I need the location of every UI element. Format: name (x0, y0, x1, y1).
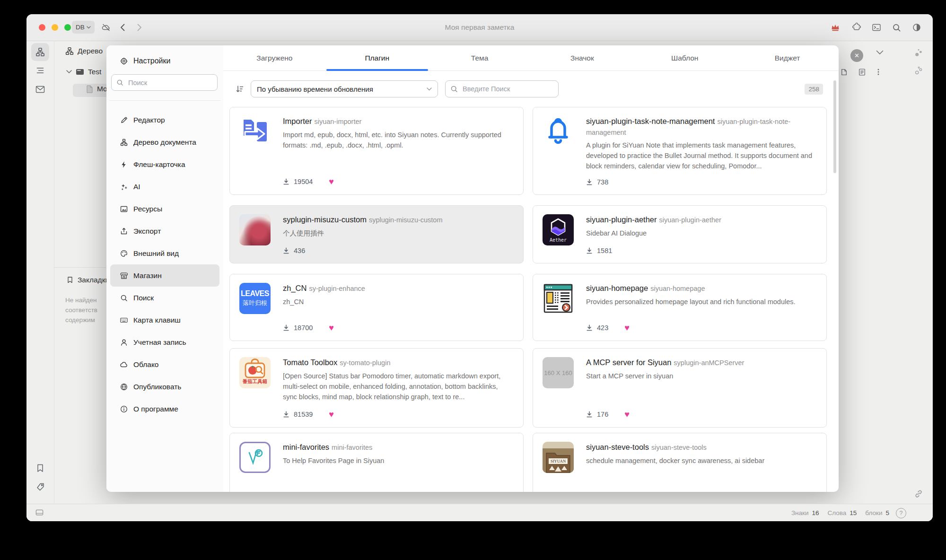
notebook-icon (76, 68, 84, 76)
plugin-icon-bell (543, 116, 574, 147)
settings-header: Настройки (120, 57, 170, 65)
bookmarks-header[interactable]: Закладки (66, 276, 109, 284)
plugin-title: mini-favoritesmini-favorites (283, 442, 514, 453)
dock-doc-tree-icon[interactable] (31, 43, 49, 61)
tab-plugin[interactable]: Плагин (326, 45, 429, 70)
leaves-subtitle: 落叶归根 (243, 299, 267, 307)
plugin-icon-misuzu-art (239, 214, 271, 245)
menu-item-search[interactable]: Поиск (110, 287, 219, 309)
sort-select[interactable]: По убыванию времени обновления (251, 80, 438, 97)
word-count: Знаки16 Слова15 блоки5 (791, 504, 889, 521)
menu-item-doc-tree[interactable]: Дерево документа (110, 131, 219, 153)
download-count: 176 (586, 411, 608, 418)
plugin-card-mini-favorites[interactable]: mini-favoritesmini-favorites To Help Fav… (229, 433, 524, 492)
heart-icon[interactable]: ♥ (624, 324, 630, 332)
terminal-icon[interactable] (872, 23, 881, 32)
plugin-icon[interactable] (851, 23, 861, 32)
tab-template[interactable]: Шаблон (633, 45, 736, 70)
plugin-title: siyuan-steve-toolssiyuan-steve-tools (586, 442, 817, 453)
download-count: 19504 (283, 178, 313, 185)
chevron-down-icon[interactable] (876, 50, 884, 55)
plugin-card-misuzu[interactable]: syplugin-misuzu-customsyplugin-misuzu-cu… (229, 205, 524, 263)
menu-item-about[interactable]: О программе (110, 398, 219, 420)
menu-item-export[interactable]: Экспорт (110, 220, 219, 242)
search-icon[interactable] (892, 23, 901, 32)
settings-search[interactable] (111, 74, 218, 91)
tab-icon[interactable]: Значок (531, 45, 633, 70)
caret-down-icon (427, 88, 432, 91)
doc-export-icon[interactable] (840, 68, 848, 76)
workspace-switcher[interactable]: DB (72, 21, 95, 34)
menu-item-ai[interactable]: AI (110, 175, 219, 198)
settings-search-input[interactable] (127, 79, 212, 87)
menu-item-account[interactable]: Учетная запись (110, 331, 219, 353)
plugin-card-steve-tools[interactable]: SIYUAN siyuan-steve-toolssiyuan-steve-to… (533, 433, 827, 492)
heart-icon[interactable]: ♥ (329, 324, 334, 332)
tab-downloaded[interactable]: Загружено (223, 45, 326, 70)
download-count: 81539 (283, 411, 313, 418)
dock-outline-icon[interactable] (31, 61, 49, 79)
app-window: DB Моя первая заметка (26, 14, 933, 521)
search-icon (116, 79, 123, 86)
menu-item-editor[interactable]: Редактор (110, 109, 219, 131)
divider (109, 100, 220, 101)
plugin-title: siyuan-plugin-aethersiyuan-plugin-aether (586, 214, 817, 225)
dock-bookmark-icon[interactable] (31, 459, 49, 477)
plugin-card-homepage[interactable]: siyuan-homepagesiyuan-homepage Provides … (533, 274, 827, 341)
backlink-icon[interactable] (910, 485, 928, 503)
graph-dots-icon[interactable] (910, 44, 928, 62)
plugin-card-zhcn[interactable]: LEAVES 落叶归根 zh_CNsy-plugin-enhance zh_CN… (229, 274, 524, 341)
dock-toggle-icon[interactable] (35, 508, 44, 517)
plugin-title: Tomato Toolboxsy-tomato-plugin (283, 357, 514, 368)
gear-icon (120, 57, 128, 65)
vip-crown-icon[interactable] (830, 23, 841, 32)
plugin-card-importer[interactable]: Importersiyuan-importer Import md, epub,… (229, 107, 524, 195)
plugin-icon-aether: Aether (543, 214, 574, 245)
plugin-card-mcp[interactable]: 160 X 160 A MCP server for Siyuansyplugi… (533, 348, 827, 428)
globe-icon (120, 383, 128, 391)
doc-tree-header: Дерево (65, 47, 103, 55)
download-icon (283, 324, 289, 331)
help-icon[interactable]: ? (896, 508, 906, 518)
forward-icon[interactable] (134, 23, 144, 32)
breadcrumb-close-icon[interactable]: ✕ (850, 49, 863, 62)
zoom-window-button[interactable] (64, 24, 71, 31)
marketplace-search[interactable] (445, 80, 559, 97)
heart-icon[interactable]: ♥ (329, 177, 334, 186)
doc-icon[interactable] (858, 68, 866, 76)
tab-theme[interactable]: Тема (429, 45, 531, 70)
download-count: 1581 (586, 247, 612, 254)
marketplace-search-input[interactable] (462, 85, 553, 93)
dock-tag-icon[interactable] (31, 478, 49, 496)
scrollbar-thumb[interactable] (833, 80, 836, 173)
close-window-button[interactable] (39, 24, 45, 31)
plugin-card-tomato[interactable]: 番茄工具箱 Tomato Toolboxsy-tomato-plugin [Op… (229, 348, 524, 428)
chevron-down-icon (87, 26, 91, 29)
menu-item-cloud[interactable]: Облако (110, 353, 219, 376)
heart-icon[interactable]: ♥ (624, 410, 630, 419)
minimize-window-button[interactable] (52, 24, 58, 31)
cloud-off-icon[interactable] (101, 23, 111, 32)
plugin-icon-leaves: LEAVES 落叶归根 (239, 283, 271, 314)
dock-inbox-icon[interactable] (31, 80, 49, 98)
download-icon (586, 411, 593, 418)
palette-icon (120, 250, 128, 257)
cloud-icon (120, 361, 128, 368)
theme-contrast-icon[interactable] (912, 23, 921, 32)
more-vertical-icon[interactable] (875, 68, 882, 76)
heart-icon[interactable]: ♥ (329, 410, 334, 419)
plugin-card-task-note[interactable]: siyuan-plugin-task-note-managementsiyuan… (533, 107, 827, 195)
notebook-row[interactable]: Test (66, 68, 101, 76)
tab-widget[interactable]: Виджет (736, 45, 839, 70)
menu-item-publish[interactable]: Опубликовать (110, 376, 219, 398)
back-icon[interactable] (118, 23, 128, 32)
right-dock (904, 41, 933, 504)
global-graph-icon[interactable] (910, 62, 928, 80)
menu-item-bazaar[interactable]: Магазин (110, 264, 219, 287)
menu-item-appearance[interactable]: Внешний вид (110, 242, 219, 264)
menu-item-assets[interactable]: Ресурсы (110, 198, 219, 220)
plugin-card-aether[interactable]: Aether siyuan-plugin-aethersiyuan-plugin… (533, 205, 827, 263)
menu-item-flashcard[interactable]: Флеш-карточка (110, 153, 219, 175)
doc-row[interactable]: Мо (86, 85, 107, 93)
menu-item-keymap[interactable]: Карта клавиш (110, 309, 219, 331)
